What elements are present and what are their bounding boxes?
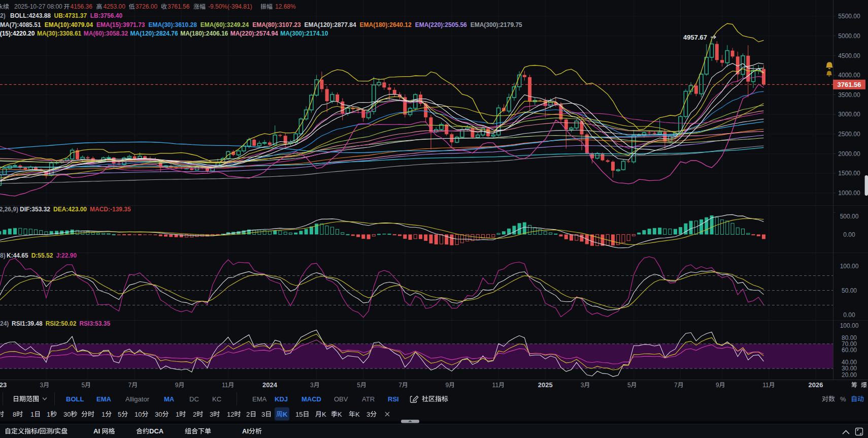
svg-text:MACD:-139.35: MACD:-139.35 xyxy=(90,206,131,213)
svg-text:K: K xyxy=(283,411,288,418)
svg-text:1: 1 xyxy=(47,411,50,418)
svg-text:10: 10 xyxy=(135,411,142,418)
svg-text:60.00: 60.00 xyxy=(842,347,857,354)
svg-text:2500.00: 2500.00 xyxy=(838,131,860,138)
svg-text:20.00: 20.00 xyxy=(842,371,857,379)
svg-text:24): 24) xyxy=(0,320,9,327)
svg-text:30: 30 xyxy=(63,411,71,418)
svg-text:/: / xyxy=(53,427,55,435)
svg-text:MA(220):2574.94: MA(220):2574.94 xyxy=(230,30,278,37)
svg-text:EMA(80):3107.23: EMA(80):3107.23 xyxy=(252,21,301,28)
svg-text:1: 1 xyxy=(176,411,179,418)
svg-text:11: 11 xyxy=(492,382,499,389)
svg-text:5: 5 xyxy=(118,411,121,418)
svg-text:1: 1 xyxy=(30,411,34,418)
svg-text:OBV: OBV xyxy=(334,395,348,403)
svg-text:3000.00: 3000.00 xyxy=(838,111,860,118)
svg-text:EMA(300):2179.75: EMA(300):2179.75 xyxy=(471,21,522,28)
svg-text:2): 2) xyxy=(0,12,6,19)
svg-text:4000.00: 4000.00 xyxy=(838,72,860,79)
svg-text:EMA: EMA xyxy=(252,395,267,403)
svg-text:3: 3 xyxy=(210,411,213,418)
svg-text:1000.00: 1000.00 xyxy=(838,190,860,197)
svg-text:100.00: 100.00 xyxy=(840,263,859,270)
svg-text:KC: KC xyxy=(212,395,221,403)
svg-text:30: 30 xyxy=(155,411,162,418)
svg-text:RSI: RSI xyxy=(388,395,399,403)
svg-text:RSI2:50.02: RSI2:50.02 xyxy=(46,320,77,327)
svg-text:3: 3 xyxy=(581,382,584,389)
svg-text:0.00: 0.00 xyxy=(843,311,855,319)
svg-text:MA: MA xyxy=(164,395,175,403)
svg-text:DCA: DCA xyxy=(149,427,164,435)
svg-text:5500.00: 5500.00 xyxy=(838,13,860,20)
svg-text:50.00: 50.00 xyxy=(842,287,857,294)
svg-text:5000.00: 5000.00 xyxy=(838,33,860,40)
svg-text:8): 8) xyxy=(0,252,6,259)
svg-text:MA(60):3058.32: MA(60):3058.32 xyxy=(84,30,128,37)
svg-text:4957.67: 4957.67 xyxy=(683,34,707,41)
svg-text:3: 3 xyxy=(261,411,265,418)
svg-text:K:44.65: K:44.65 xyxy=(7,252,28,259)
svg-text:EMA(7):4085.51: EMA(7):4085.51 xyxy=(0,21,41,28)
svg-text:9: 9 xyxy=(175,382,179,389)
svg-text:11: 11 xyxy=(222,382,228,389)
svg-text:3: 3 xyxy=(366,411,370,418)
svg-text:K: K xyxy=(322,411,326,418)
svg-text:LB:3756.40: LB:3756.40 xyxy=(90,12,123,19)
svg-text:MA(180):2406.16: MA(180):2406.16 xyxy=(180,30,228,37)
svg-text:8: 8 xyxy=(13,411,16,418)
svg-text:RSI1:39.48: RSI1:39.48 xyxy=(12,320,43,327)
svg-text:EMA(220):2505.56: EMA(220):2505.56 xyxy=(415,21,467,28)
svg-text:ATR: ATR xyxy=(362,395,375,403)
svg-text:2: 2 xyxy=(246,411,250,418)
svg-text:3: 3 xyxy=(40,382,44,389)
svg-text:11: 11 xyxy=(762,382,769,389)
svg-text:-9.50%(-394.81): -9.50%(-394.81) xyxy=(208,3,252,10)
svg-text:2026: 2026 xyxy=(809,381,823,389)
svg-text:9: 9 xyxy=(716,382,719,389)
svg-text:EMA(30):3610.28: EMA(30):3610.28 xyxy=(149,21,197,28)
svg-text:3: 3 xyxy=(310,382,314,389)
svg-text:4156.36: 4156.36 xyxy=(71,3,93,10)
svg-text:BOLL:4243.88: BOLL:4243.88 xyxy=(10,12,51,19)
svg-text:3726.00: 3726.00 xyxy=(136,3,158,10)
svg-text:2025-10-27 08:00: 2025-10-27 08:00 xyxy=(14,3,62,10)
svg-text:MA(15):4220.20: MA(15):4220.20 xyxy=(0,30,35,37)
svg-text:1: 1 xyxy=(102,411,105,418)
svg-text:100.00: 100.00 xyxy=(840,322,859,329)
svg-text:3761.56: 3761.56 xyxy=(168,3,190,10)
svg-text:K: K xyxy=(355,411,360,418)
svg-text:2: 2 xyxy=(193,411,196,418)
svg-text:23: 23 xyxy=(0,381,7,389)
svg-text:9: 9 xyxy=(445,382,449,389)
svg-text:EMA(120):2877.84: EMA(120):2877.84 xyxy=(305,21,356,28)
svg-text:3500.00: 3500.00 xyxy=(838,91,860,99)
svg-text:EMA(10):4079.04: EMA(10):4079.04 xyxy=(45,21,93,28)
svg-text:12.68%: 12.68% xyxy=(275,3,296,10)
svg-text:DEA:423.00: DEA:423.00 xyxy=(53,206,87,213)
svg-text:MA(120):2824.76: MA(120):2824.76 xyxy=(130,30,178,37)
svg-text:DC: DC xyxy=(189,395,199,403)
svg-text:12: 12 xyxy=(227,411,234,418)
svg-text:EMA(15):3971.73: EMA(15):3971.73 xyxy=(96,21,145,28)
svg-text:2025: 2025 xyxy=(538,381,553,389)
svg-text:5: 5 xyxy=(627,382,631,389)
svg-text:7: 7 xyxy=(128,382,132,389)
svg-text:1500.00: 1500.00 xyxy=(838,170,860,177)
svg-text:5: 5 xyxy=(81,382,85,389)
svg-text:/: / xyxy=(38,427,40,435)
svg-text:EMA(180):2640.12: EMA(180):2640.12 xyxy=(360,21,412,28)
svg-text:7: 7 xyxy=(398,382,402,389)
svg-text:3761.56: 3761.56 xyxy=(838,81,861,88)
svg-text:7: 7 xyxy=(674,382,678,389)
svg-text:K: K xyxy=(338,411,342,418)
svg-text:4500.00: 4500.00 xyxy=(838,52,860,59)
svg-text:AI: AI xyxy=(242,427,249,435)
svg-text:500.00: 500.00 xyxy=(840,213,859,220)
svg-text:DIF:353.32: DIF:353.32 xyxy=(20,206,50,213)
svg-text:UB:4731.37: UB:4731.37 xyxy=(54,12,87,19)
svg-text:4253.00: 4253.00 xyxy=(104,3,126,10)
svg-text:RSI3:53.35: RSI3:53.35 xyxy=(79,320,110,327)
svg-text:MACD: MACD xyxy=(302,395,321,403)
